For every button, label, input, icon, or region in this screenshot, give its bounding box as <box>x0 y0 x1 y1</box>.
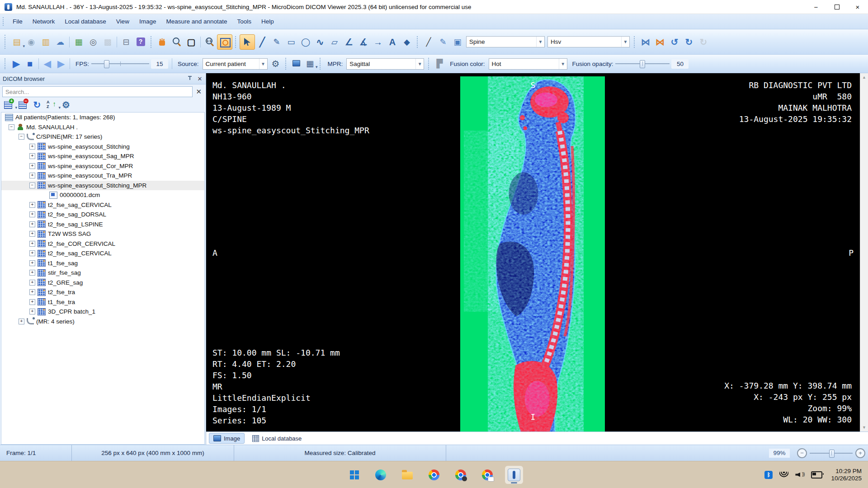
tree-expander[interactable] <box>19 319 24 324</box>
tree-expander[interactable] <box>29 231 35 237</box>
tree-expander[interactable] <box>29 202 35 208</box>
annotation-pencil-icon[interactable]: ✎ <box>436 35 450 49</box>
fps-slider[interactable] <box>91 59 149 68</box>
maximize-restore-button[interactable] <box>826 0 847 14</box>
flip-vertical-icon[interactable]: ⋈ <box>638 35 653 49</box>
zoom-icon[interactable] <box>170 35 184 49</box>
fusion-color-select[interactable]: Hot ▼ <box>489 58 567 70</box>
tree-expander[interactable] <box>29 221 35 227</box>
flip-horizontal-icon[interactable]: ⋈ <box>653 35 667 49</box>
tree-item-series[interactable]: 3D_CPR batch_1 <box>1 307 204 317</box>
tree-item-series[interactable]: t1_fse_sag <box>1 258 204 268</box>
menu-file[interactable]: File <box>8 16 28 27</box>
edit-annotations-icon[interactable]: ▣ <box>450 35 465 49</box>
minimize-button[interactable]: − <box>806 0 826 14</box>
tree-item-series[interactable]: t2_fse_sag_CERVICAL <box>1 200 204 210</box>
tree-expander[interactable] <box>29 211 35 217</box>
tree-expander[interactable] <box>29 299 35 305</box>
close-panel-icon[interactable]: ✕ <box>197 75 203 82</box>
file-explorer-icon[interactable] <box>398 466 416 484</box>
stop-icon[interactable]: ■ <box>23 57 37 70</box>
previous-frame-icon[interactable]: ◀ <box>41 57 54 70</box>
chrome-icon[interactable] <box>425 466 443 484</box>
print-icon[interactable]: ⊟ <box>119 35 133 49</box>
wifi-icon[interactable] <box>779 472 788 478</box>
draw-rectangle-icon[interactable]: ▭ <box>284 35 298 49</box>
viewer-canvas[interactable]: Md. SANAULLAH .NH13-96013-August-1989 MC… <box>206 73 860 432</box>
tree-item-series[interactable]: t2_fse_sag_DORSAL <box>1 210 204 220</box>
fusion-opacity-slider[interactable] <box>615 59 670 68</box>
measure-cobb-angle-icon[interactable]: ∡ <box>356 35 371 49</box>
tree-item-series[interactable]: ws-spine_easyscout_Tra_MPR <box>1 171 204 181</box>
fps-slider-handle[interactable] <box>104 60 109 68</box>
tree-item-series[interactable]: stir_fse_sag <box>1 268 204 278</box>
export-image-icon[interactable]: ▦ <box>71 35 86 49</box>
tree-item-series[interactable]: t2_fse_sag_CERVICAL <box>1 249 204 258</box>
tree-expander[interactable] <box>29 144 35 150</box>
copy-image-icon[interactable]: ▩ <box>100 35 115 49</box>
text-annotation-icon[interactable]: A <box>385 35 400 49</box>
draw-ellipse-icon[interactable]: ◯ <box>298 35 313 49</box>
tree-item-series[interactable]: ws-spine_easyscout_Stitching <box>1 142 204 152</box>
source-select[interactable]: Current patient ▼ <box>203 58 268 70</box>
rotate-left-icon[interactable]: ↺ <box>667 35 682 49</box>
browser-settings-icon[interactable]: ⚙AZ↑ <box>61 100 71 110</box>
open-file-icon[interactable]: ▤ <box>9 35 24 49</box>
tree-item-study[interactable]: (MR: 4 series) <box>1 317 204 327</box>
start-button[interactable] <box>345 466 363 484</box>
rotate-custom-icon[interactable]: ↻ <box>696 35 711 49</box>
next-frame-icon[interactable]: ▶ <box>54 57 68 70</box>
volume-icon[interactable] <box>795 472 804 478</box>
select-tool-icon[interactable] <box>240 34 255 50</box>
new-item-icon[interactable]: AZ↑ <box>3 100 14 110</box>
clear-search-icon[interactable]: ✕ <box>193 88 203 96</box>
draw-pencil-icon[interactable]: ✎ <box>269 35 284 49</box>
draw-polygon-icon[interactable]: ▱ <box>327 35 342 49</box>
tab-local-database[interactable]: Local database <box>248 433 306 443</box>
tree-expander[interactable] <box>29 163 35 169</box>
tab-image[interactable]: Image <box>209 433 245 444</box>
tree-expander[interactable] <box>29 280 35 286</box>
fusion-opacity-slider-handle[interactable] <box>640 60 645 68</box>
viewer-scrollbar[interactable]: ▲ ▼ <box>860 73 868 432</box>
menu-help[interactable]: Help <box>256 16 279 27</box>
play-icon[interactable]: ▶ <box>9 57 23 70</box>
tree-expander[interactable] <box>29 289 35 295</box>
chrome-profile-icon[interactable] <box>452 466 470 484</box>
colormap-select[interactable]: Hsv ▼ <box>547 36 630 47</box>
tree-item-series[interactable]: ws-spine_easyscout_Sag_MPR <box>1 151 204 161</box>
edge-icon[interactable] <box>372 466 390 484</box>
spine-mri-image[interactable] <box>460 76 605 432</box>
actual-size-icon[interactable]: 1:1 <box>203 35 217 49</box>
open-cd-icon[interactable]: ◉ <box>24 35 38 49</box>
zoom-out-button[interactable]: − <box>797 448 807 458</box>
tree-item-study[interactable]: C/SPINE(MR: 17 series) <box>1 132 204 142</box>
bluetooth-icon[interactable]: ᛒ <box>764 471 773 479</box>
fit-to-window-icon[interactable] <box>217 34 232 50</box>
window-level-icon[interactable]: ▢ <box>184 35 198 49</box>
tree-item-series[interactable]: ws-spine_easyscout_Cor_MPR <box>1 161 204 171</box>
taskbar-clock[interactable]: 10:29 PM 10/26/2025 <box>831 468 862 482</box>
tree-expander[interactable] <box>9 124 14 130</box>
scroll-up-icon[interactable]: ▲ <box>862 73 866 81</box>
export-video-icon[interactable]: ◎ <box>86 35 100 49</box>
tree-expander[interactable] <box>29 270 35 276</box>
tree-expander[interactable] <box>19 134 24 140</box>
draw-freehand-icon[interactable]: ∿ <box>313 35 327 49</box>
fusion-layout-icon[interactable]: ▛ <box>433 57 446 70</box>
tree-expander[interactable] <box>29 173 35 178</box>
zoom-in-button[interactable]: + <box>855 448 865 458</box>
tree-expander[interactable] <box>29 153 35 159</box>
pan-icon[interactable] <box>155 35 170 49</box>
help-icon[interactable]: ? <box>133 35 148 49</box>
wl-line-icon[interactable]: ╱ <box>421 35 436 49</box>
delete-item-icon[interactable]: AZ↑ <box>17 100 28 110</box>
menu-network[interactable]: Network <box>28 16 60 27</box>
refresh-icon[interactable]: ↻AZ↑ <box>32 100 42 110</box>
menu-view[interactable]: View <box>111 16 134 27</box>
tree-expander[interactable] <box>29 309 35 314</box>
tree-item-instance[interactable]: 00000001.dcm <box>1 190 204 200</box>
tree-expander[interactable] <box>29 260 35 266</box>
tree-item-series[interactable]: T2W WSS SAG <box>1 229 204 239</box>
tree-item-series[interactable]: t1_fse_tra <box>1 297 204 307</box>
